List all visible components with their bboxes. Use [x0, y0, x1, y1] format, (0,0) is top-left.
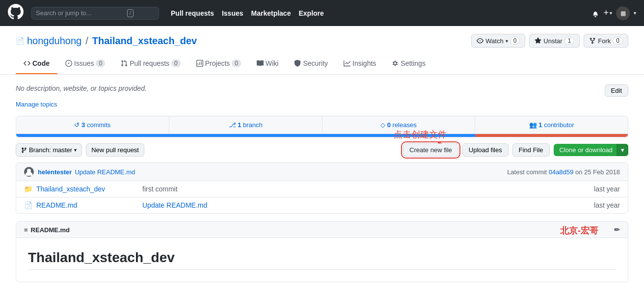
plus-button[interactable]: + ▾ [603, 8, 612, 18]
tab-security[interactable]: Security [286, 54, 336, 74]
commit-author[interactable]: helentester [38, 168, 72, 176]
releases-label: releases [393, 121, 417, 129]
insights-icon [344, 60, 350, 67]
committer-avatar [24, 167, 34, 177]
tabs: Code Issues 0 Pull requests 0 Projects 0… [16, 54, 628, 74]
repo-owner-link[interactable]: hongduhong [27, 35, 81, 47]
tag-icon: ◇ [380, 121, 385, 129]
contributors-stat[interactable]: 👥 1 contributor [475, 116, 628, 134]
file-icon: 📄 [24, 201, 32, 209]
settings-icon [392, 60, 399, 67]
file-name-link[interactable]: Thailand_xsteach_dev [36, 185, 134, 193]
github-logo[interactable] [8, 4, 24, 23]
fork-count: 0 [613, 37, 623, 45]
file-commit-msg: first commit [134, 185, 594, 193]
plus-icon: + [603, 8, 609, 18]
file-actions: Branch: master ▾ New pull request 点击创建文件… [16, 137, 628, 162]
commits-icon: ↺ [74, 121, 80, 129]
folder-icon: 📁 [24, 185, 32, 193]
branches-value: 1 [238, 121, 241, 129]
progress-red [475, 134, 628, 137]
file-commit-msg: Update README.md [134, 201, 594, 209]
repo-title: 📄 hongduhong / Thailand_xsteach_dev [16, 35, 197, 47]
tab-issues[interactable]: Issues 0 [57, 54, 113, 74]
tab-settings[interactable]: Settings [384, 54, 433, 74]
find-file-button[interactable]: Find File [512, 143, 550, 157]
stats-container: ↺ 3 commits ⎇ 1 branch ◇ 0 releases 👥 1 … [16, 116, 628, 137]
issues-badge: 0 [96, 59, 105, 67]
readme-title: Thailand_xsteach_dev [28, 250, 616, 270]
tab-insights[interactable]: Insights [336, 54, 384, 74]
branch-icon [21, 147, 27, 153]
tab-code[interactable]: Code [16, 54, 57, 74]
create-new-file-button[interactable]: Create new file [403, 143, 458, 157]
stats-row: ↺ 3 commits ⎇ 1 branch ◇ 0 releases 👥 1 … [16, 116, 628, 134]
header: / Pull requests Issues Marketplace Explo… [0, 0, 644, 26]
readme-content: Thailand_xsteach_dev [16, 238, 628, 282]
readme-header: ≡ README.md ✏ 北京-宏哥 [16, 222, 628, 238]
branches-stat[interactable]: ⎇ 1 branch [169, 116, 322, 134]
latest-commit-row: helentester Update README.md Latest comm… [16, 163, 628, 181]
issues-icon [65, 60, 72, 67]
commit-meta: Latest commit 04a8d59 on 25 Feb 2018 [507, 168, 620, 176]
fork-button[interactable]: Fork 0 [584, 34, 628, 48]
nav-issues[interactable]: Issues [222, 9, 243, 17]
pr-icon [121, 60, 128, 67]
wiki-icon [257, 60, 264, 67]
security-icon [294, 60, 301, 67]
beijing-annotation: 北京-宏哥 [560, 225, 598, 237]
readme-file-icon: ≡ [24, 226, 28, 234]
search-input[interactable] [36, 9, 124, 17]
notifications-button[interactable] [591, 9, 599, 17]
chevron-down-icon: ▾ [610, 10, 612, 16]
edit-button[interactable]: Edit [605, 84, 628, 97]
chinese-annotation: 点击创建文件 [394, 129, 447, 140]
eye-icon [477, 37, 483, 44]
file-time: last year [594, 185, 620, 193]
clone-label: Clone or download [560, 146, 613, 154]
search-slash-icon: / [127, 9, 134, 17]
fork-label: Fork [598, 37, 611, 45]
tab-projects[interactable]: Projects 0 [188, 54, 249, 74]
branch-selector[interactable]: Branch: master ▾ [16, 143, 82, 157]
tab-pull-requests[interactable]: Pull requests 0 [113, 54, 188, 74]
branch-label: Branch: master [29, 146, 72, 154]
header-right: + ▾ ▦ ▾ [591, 6, 636, 20]
readme-container: ≡ README.md ✏ 北京-宏哥 Thailand_xsteach_dev [16, 221, 628, 282]
projects-badge: 0 [232, 59, 241, 67]
manage-topics-link[interactable]: Manage topics [16, 101, 628, 108]
commit-date: on 25 Feb 2018 [575, 168, 620, 176]
clone-dropdown-icon[interactable]: ▾ [617, 144, 628, 156]
nav-pull-requests[interactable]: Pull requests [171, 9, 214, 17]
language-progress-bar [16, 134, 628, 137]
readme-edit-button[interactable]: ✏ [614, 226, 620, 234]
star-count: 1 [564, 37, 575, 45]
watch-button[interactable]: Watch ▾ 0 [471, 34, 525, 48]
upload-files-button[interactable]: Upload files [462, 143, 509, 157]
contributors-icon: 👥 [529, 121, 537, 129]
file-table: helentester Update README.md Latest comm… [16, 162, 628, 214]
repo-name-link[interactable]: Thailand_xsteach_dev [92, 35, 197, 47]
readme-filename: README.md [31, 226, 70, 234]
commits-stat[interactable]: ↺ 3 commits [16, 116, 169, 134]
new-pull-request-button[interactable]: New pull request [86, 143, 144, 157]
avatar-icon: ▦ [620, 10, 626, 17]
nav-marketplace[interactable]: Marketplace [251, 9, 291, 17]
clone-download-button[interactable]: Clone or download ▾ [554, 144, 628, 156]
chevron-down-icon-avatar: ▾ [634, 10, 636, 16]
contributors-value: 1 [538, 121, 542, 129]
commit-message[interactable]: Update README.md [75, 168, 135, 176]
tab-wiki[interactable]: Wiki [249, 54, 286, 74]
avatar[interactable]: ▦ [616, 6, 630, 20]
unstar-button[interactable]: Unstar 1 [529, 34, 580, 48]
watch-count: 0 [510, 37, 520, 45]
nav-explore[interactable]: Explore [298, 9, 323, 17]
branches-label: branch [243, 121, 263, 129]
commit-hash[interactable]: 04a8d59 [549, 168, 574, 176]
commits-label: commits [87, 121, 110, 129]
main-content: No description, website, or topics provi… [0, 75, 644, 292]
repo-title-row: 📄 hongduhong / Thailand_xsteach_dev Watc… [16, 34, 628, 54]
table-row: 📁 Thailand_xsteach_dev first commit last… [16, 181, 628, 197]
file-name-link[interactable]: README.md [36, 201, 134, 209]
code-icon [24, 60, 30, 67]
